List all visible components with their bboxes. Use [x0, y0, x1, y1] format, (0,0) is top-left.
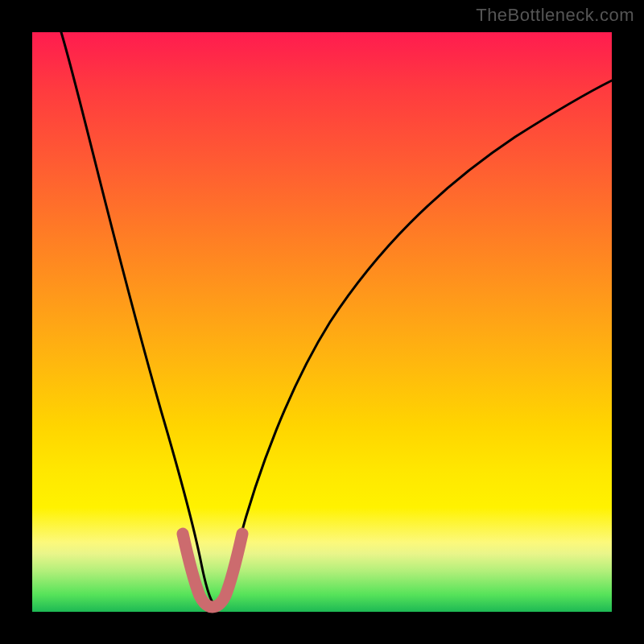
sweet-spot-marker [183, 534, 242, 607]
chart-svg [32, 32, 612, 612]
plot-area [32, 32, 612, 612]
watermark-text: TheBottleneck.com [476, 5, 634, 26]
bottleneck-curve [61, 32, 612, 605]
chart-frame: TheBottleneck.com [0, 0, 644, 644]
